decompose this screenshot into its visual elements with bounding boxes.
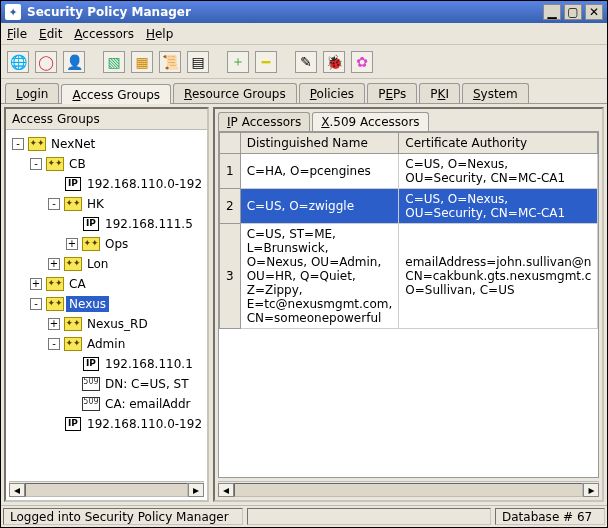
tab-peps[interactable]: PEPs	[367, 83, 417, 103]
tree-node[interactable]: IP192.168.110.0-192	[8, 414, 205, 434]
close-button[interactable]: ✕	[585, 4, 603, 20]
expand-icon[interactable]: +	[30, 278, 42, 290]
row-number: 3	[220, 224, 241, 329]
menu-file[interactable]: File	[7, 27, 27, 41]
tree-node[interactable]: +✦✦CA	[8, 274, 205, 294]
tree-node[interactable]: -✦✦Admin	[8, 334, 205, 354]
col-dn[interactable]: Distinguished Name	[240, 133, 399, 154]
main-tabs: Login Access Groups Resource Groups Poli…	[1, 79, 607, 103]
table-scroll-left-icon[interactable]: ◂	[218, 483, 234, 497]
accessors-panel: IP Accessors X.509 Accessors Distinguish…	[213, 107, 604, 502]
tree-node[interactable]: 509DN: C=US, ST	[8, 374, 205, 394]
tab-system[interactable]: System	[462, 83, 529, 103]
status-right: Database # 67	[495, 508, 605, 525]
cell-dn: C=US, ST=ME, L=Brunswick, O=Nexus, OU=Ad…	[240, 224, 399, 329]
tree-spacer	[66, 398, 78, 410]
col-rownum[interactable]	[220, 133, 241, 154]
expand-icon[interactable]: +	[48, 318, 60, 330]
accessors-table[interactable]: Distinguished Name Certificate Authority…	[219, 132, 598, 329]
sub-tabs: IP Accessors X.509 Accessors	[215, 109, 602, 131]
tree-spacer	[66, 218, 78, 230]
tab-access-groups[interactable]: Access Groups	[61, 84, 171, 104]
toolbar-globe-icon[interactable]: 🌐	[7, 51, 29, 73]
toolbar-plus-icon[interactable]: ＋	[227, 51, 249, 73]
subtab-ip-accessors[interactable]: IP Accessors	[218, 112, 310, 131]
tree-node[interactable]: IP192.168.111.5	[8, 214, 205, 234]
toolbar-box-gift-icon[interactable]: ▦	[131, 51, 153, 73]
tree-panel-title: Access Groups	[6, 109, 207, 130]
collapse-icon[interactable]: -	[30, 298, 42, 310]
toolbar-scroll-icon[interactable]: 📜	[159, 51, 181, 73]
expand-icon[interactable]: +	[48, 258, 60, 270]
cell-dn: C=US, O=zwiggle	[240, 189, 399, 224]
scroll-right-icon[interactable]: ▸	[188, 483, 204, 497]
tree-node[interactable]: -✦✦CB	[8, 154, 205, 174]
table-scroll-right-icon[interactable]: ▸	[583, 483, 599, 497]
group-icon: ✦✦	[47, 297, 63, 311]
tree-node[interactable]: IP192.168.110.1	[8, 354, 205, 374]
group-icon: ✦✦	[83, 237, 99, 251]
tab-login[interactable]: Login	[5, 83, 59, 103]
toolbar-ring-icon[interactable]: ◯	[35, 51, 57, 73]
toolbar-flower-icon[interactable]: ✿	[351, 51, 373, 73]
system-menu-icon[interactable]: ✦	[5, 4, 21, 20]
tree-node-label: CB	[66, 156, 89, 172]
tree-node[interactable]: -✦✦HK	[8, 194, 205, 214]
title-bar: ✦ Security Policy Manager ▁ ▢ ✕	[1, 1, 607, 23]
tree-node-label: Lon	[84, 256, 111, 272]
subtab-x509-accessors[interactable]: X.509 Accessors	[312, 112, 428, 131]
table-row[interactable]: 3C=US, ST=ME, L=Brunswick, O=Nexus, OU=A…	[220, 224, 598, 329]
toolbar-box-blue-icon[interactable]: ▧	[103, 51, 125, 73]
scroll-left-icon[interactable]: ◂	[9, 483, 25, 497]
x509-icon: 509	[83, 397, 99, 411]
collapse-icon[interactable]: -	[12, 138, 24, 150]
status-mid	[247, 508, 491, 525]
row-number: 1	[220, 154, 241, 189]
toolbar-minus-icon[interactable]: ━	[255, 51, 277, 73]
tab-policies[interactable]: Policies	[299, 83, 365, 103]
table-hscrollbar[interactable]: ◂ ▸	[218, 481, 599, 497]
tree-node-label: 192.168.110.0-192	[84, 176, 205, 192]
tree-hscrollbar[interactable]: ◂ ▸	[9, 481, 204, 497]
minimize-button[interactable]: ▁	[543, 4, 561, 20]
menu-accessors[interactable]: Accessors	[74, 27, 134, 41]
table-row[interactable]: 2C=US, O=zwiggleC=US, O=Nexus, OU=Securi…	[220, 189, 598, 224]
tree-node[interactable]: +✦✦Lon	[8, 254, 205, 274]
tree-node[interactable]: -✦✦Nexus	[8, 294, 205, 314]
tab-resource-groups[interactable]: Resource Groups	[173, 83, 297, 103]
tree-node[interactable]: IP192.168.110.0-192	[8, 174, 205, 194]
status-bar: Logged into Security Policy Manager Data…	[1, 505, 607, 527]
ip-icon: IP	[83, 357, 99, 371]
tree-node[interactable]: +✦✦Nexus_RD	[8, 314, 205, 334]
toolbar-doc-icon[interactable]: ▤	[187, 51, 209, 73]
table-scroll-track[interactable]	[234, 483, 583, 497]
tree-node[interactable]: +✦✦Ops	[8, 234, 205, 254]
cell-ca: emailAddress=john.sullivan@n CN=cakbunk.…	[399, 224, 598, 329]
ip-icon: IP	[83, 217, 99, 231]
cell-ca: C=US, O=Nexus, OU=Security, CN=MC-CA1	[399, 154, 598, 189]
access-groups-tree[interactable]: -✦✦NexNet-✦✦CBIP192.168.110.0-192-✦✦HKIP…	[6, 130, 207, 481]
menu-edit[interactable]: Edit	[39, 27, 62, 41]
tab-pki[interactable]: PKI	[419, 83, 460, 103]
collapse-icon[interactable]: -	[48, 198, 60, 210]
tree-node[interactable]: -✦✦NexNet	[8, 134, 205, 154]
collapse-icon[interactable]: -	[30, 158, 42, 170]
ip-icon: IP	[65, 417, 81, 431]
tree-node-label: Nexus	[66, 296, 109, 312]
toolbar-brush-icon[interactable]: ✎	[295, 51, 317, 73]
group-icon: ✦✦	[47, 157, 63, 171]
tree-node[interactable]: 509CA: emailAddr	[8, 394, 205, 414]
toolbar-bug-icon[interactable]: 🐞	[323, 51, 345, 73]
accessors-table-wrap: Distinguished Name Certificate Authority…	[218, 131, 599, 478]
tree-panel: Access Groups -✦✦NexNet-✦✦CBIP192.168.11…	[4, 107, 209, 502]
menu-help[interactable]: Help	[146, 27, 173, 41]
scroll-track[interactable]	[25, 483, 188, 497]
expand-icon[interactable]: +	[66, 238, 78, 250]
collapse-icon[interactable]: -	[48, 338, 60, 350]
col-ca[interactable]: Certificate Authority	[399, 133, 598, 154]
window-title: Security Policy Manager	[27, 5, 540, 19]
maximize-button[interactable]: ▢	[564, 4, 582, 20]
group-icon: ✦✦	[65, 337, 81, 351]
table-row[interactable]: 1C=HA, O=pcenginesC=US, O=Nexus, OU=Secu…	[220, 154, 598, 189]
toolbar-user-icon[interactable]: 👤	[63, 51, 85, 73]
